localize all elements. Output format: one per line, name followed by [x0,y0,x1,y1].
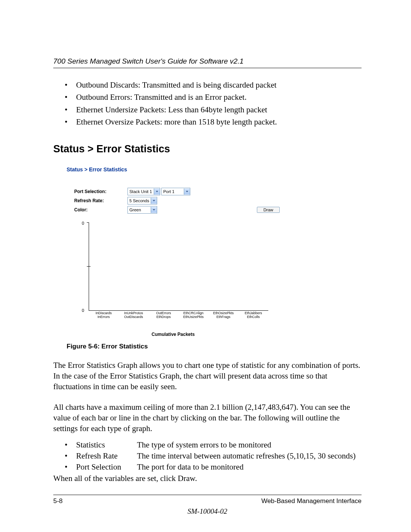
draw-button[interactable]: Draw [257,207,280,213]
x-axis [89,310,268,311]
chevron-down-icon [154,189,160,195]
x-label: OutErrors [148,311,178,315]
y-tick-mark [87,266,91,267]
x-label: EthOsizePkts [209,311,239,315]
body-paragraph: All charts have a maximum ceiling of mor… [53,402,362,434]
chevron-down-icon [151,207,157,213]
x-axis-labels: InDiscards InUnkProtos OutErrors EthCRCA… [89,311,268,320]
document-id: SM-10004-02 [53,507,362,516]
y-axis [89,222,89,311]
closing-sentence: When all of the variables are set, click… [53,474,362,483]
color-label: Color: [74,207,127,212]
port-value: Port 1 [163,189,174,194]
stack-unit-value: Stack Unit 1 [129,189,152,194]
stack-unit-select[interactable]: Stack Unit 1 [127,188,160,195]
x-label: EthCRCAlign [178,311,209,315]
x-label: EthJabbers [238,311,268,315]
x-label: EthFrags [209,315,239,319]
x-label: EthColls [238,315,268,319]
x-label: OutDiscards [119,315,149,319]
list-item: Ethernet Undersize Packets: Less than 64… [65,104,362,115]
def-desc: The port for data to be monitored [137,462,244,471]
def-term: Refresh Rate [76,451,137,462]
footer-section: Web-Based Management Interface [261,497,362,505]
top-bullet-list: Outbound Discards: Transmitted and is be… [65,80,362,128]
x-label: InDiscards [89,311,119,315]
port-selection-label: Port Selection: [74,189,127,194]
y-tick-top: 0 [82,221,84,225]
svg-marker-1 [186,191,188,192]
color-select[interactable]: Green [127,206,157,214]
svg-marker-0 [156,191,158,192]
definition-list: StatisticsThe type of system errors to b… [65,439,362,473]
def-term: Statistics [76,439,137,451]
list-item: Outbound Discards: Transmitted and is be… [65,80,362,91]
list-item: StatisticsThe type of system errors to b… [65,439,362,451]
page-footer: 5-8 Web-Based Management Interface SM-10… [53,495,362,516]
body-paragraph: The Error Statistics Graph allows you to… [53,360,362,392]
svg-marker-2 [153,200,155,201]
port-select[interactable]: Port 1 [161,188,190,195]
running-header: 700 Series Managed Switch User's Guide f… [53,57,362,66]
list-item: Port SelectionThe port for data to be mo… [65,462,362,473]
list-item: Refresh RateThe time interval between au… [65,451,362,462]
section-heading: Status > Error Statistics [53,143,362,155]
x-label: InUnkProtos [119,311,149,315]
x-label: EthDrops [148,315,178,319]
figure-caption: Figure 5-6: Error Statistics [67,343,280,350]
refresh-rate-label: Refresh Rate: [74,198,127,203]
def-desc: The type of system errors to be monitore… [137,440,271,449]
chevron-down-icon [184,189,190,195]
list-item: Outbound Errors: Transmitted and is an E… [65,92,362,103]
y-tick-bottom: 0 [82,308,84,313]
breadcrumb: Status > Error Statistics [67,166,280,173]
svg-marker-3 [153,209,155,211]
error-statistics-chart: 0 0 InDiscards InUnkProtos OutErrors Eth… [82,221,268,320]
list-item: Ethernet Oversize Packets: more than 151… [65,117,362,128]
x-label: InErrors [89,315,119,319]
y-tick-mark [87,222,89,223]
page-number: 5-8 [53,497,63,505]
def-desc: The time interval between automatic refr… [137,451,355,460]
chevron-down-icon [151,198,157,204]
refresh-rate-select[interactable]: 5 Seconds [127,197,157,204]
x-label: EthUsizePkts [178,315,209,319]
chart-caption: Cumulative Packets [67,332,280,337]
header-rule [53,68,362,68]
refresh-rate-value: 5 Seconds [129,198,149,203]
figure-screenshot: Status > Error Statistics Port Selection… [67,166,280,350]
def-term: Port Selection [76,462,137,473]
color-value: Green [129,208,141,212]
